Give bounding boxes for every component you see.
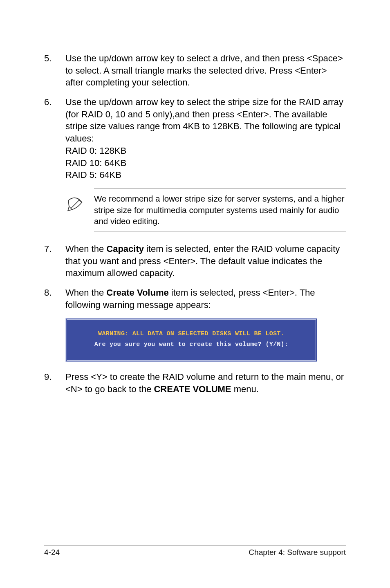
step-text: Press <Y> to create the RAID volume and … (65, 371, 346, 395)
step-9-post: menu. (231, 384, 259, 394)
step-5: 5. Use the up/down arrow key to select a… (44, 52, 346, 89)
step-6-line1: RAID 0: 128KB (65, 145, 346, 157)
step-6: 6. Use the up/down arrow key to select t… (44, 96, 346, 181)
console-prompt-line: Are you sure you want to create this vol… (67, 339, 316, 350)
page: 5. Use the up/down arrow key to select a… (0, 0, 390, 588)
note-block: We recommend a lower stripe size for ser… (65, 189, 346, 231)
step-6-line3: RAID 5: 64KB (65, 169, 346, 181)
step-number: 9. (44, 371, 65, 395)
footer-rule (44, 545, 346, 545)
note-rule-top (94, 189, 346, 189)
step-8-bold: Create Volume (106, 287, 168, 298)
step-6-main: Use the up/down arrow key to select the … (65, 97, 343, 144)
step-number: 5. (44, 52, 65, 89)
step-6-line2: RAID 10: 64KB (65, 157, 346, 169)
step-number: 6. (44, 96, 65, 181)
note-pencil-icon (65, 189, 94, 215)
note-rule-bottom (94, 231, 346, 231)
note-text: We recommend a lower stripe size for ser… (94, 193, 346, 227)
step-text: Use the up/down arrow key to select a dr… (65, 52, 346, 89)
step-text: When the Create Volume item is selected,… (65, 287, 346, 311)
step-number: 8. (44, 287, 65, 311)
console-warning-line: WARNING: ALL DATA ON SELECTED DISKS WILL… (67, 329, 316, 339)
console-inner: WARNING: ALL DATA ON SELECTED DISKS WILL… (67, 329, 316, 350)
step-7-pre: When the (65, 244, 106, 254)
warning-console: WARNING: ALL DATA ON SELECTED DISKS WILL… (65, 318, 317, 362)
note-text-column: We recommend a lower stripe size for ser… (94, 189, 346, 231)
footer-chapter: Chapter 4: Software support (249, 548, 346, 557)
step-number: 7. (44, 243, 65, 279)
pencil-icon (65, 194, 85, 214)
step-7: 7. When the Capacity item is selected, e… (44, 243, 346, 279)
footer-row: 4-24 Chapter 4: Software support (44, 548, 346, 557)
footer-page-number: 4-24 (44, 548, 60, 557)
step-8-pre: When the (65, 287, 106, 298)
step-text: Use the up/down arrow key to select the … (65, 96, 346, 181)
step-7-bold: Capacity (106, 244, 144, 254)
step-text: When the Capacity item is selected, ente… (65, 243, 346, 279)
step-9: 9. Press <Y> to create the RAID volume a… (44, 371, 346, 395)
step-8: 8. When the Create Volume item is select… (44, 287, 346, 311)
step-9-bold: CREATE VOLUME (154, 384, 231, 394)
page-footer: 4-24 Chapter 4: Software support (44, 545, 346, 557)
